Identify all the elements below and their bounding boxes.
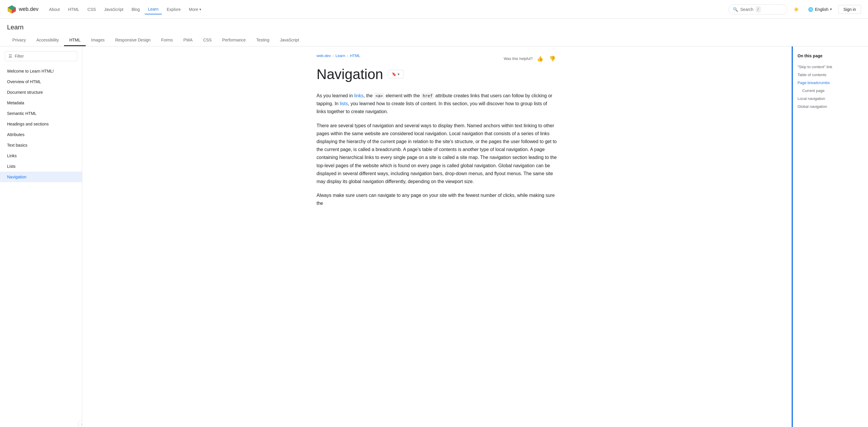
signin-button[interactable]: Sign in — [838, 5, 861, 14]
breadcrumb-learn[interactable]: Learn — [335, 54, 345, 58]
nav-links: About HTML CSS JavaScript Blog Learn Exp… — [45, 4, 726, 15]
page-title: Navigation — [316, 66, 383, 82]
bookmark-button[interactable]: 🔖 ▾ — [388, 70, 403, 79]
chevron-left-icon: ‹ — [81, 422, 82, 426]
sidebar-item-welcome[interactable]: Welcome to Learn HTML! — [0, 66, 82, 77]
nav-link-about[interactable]: About — [45, 5, 63, 14]
sidebar-item-navigation[interactable]: Navigation — [0, 172, 82, 182]
toc-global-navigation[interactable]: Global navigation — [798, 103, 863, 111]
thumbs-up-icon: 👍 — [537, 56, 543, 62]
helpful-label: Was this helpful? — [504, 56, 533, 61]
body-paragraph-1: As you learned in links, the <a> element… — [316, 92, 557, 116]
toc-table-of-contents[interactable]: Table of contents — [798, 71, 863, 79]
search-label: Search — [740, 7, 753, 12]
tab-accessibility[interactable]: Accessibility — [31, 35, 64, 46]
body-paragraph-3: Always make sure users can navigate to a… — [316, 191, 557, 207]
thumbs-down-icon: 👎 — [549, 56, 556, 62]
right-sidebar: On this page "Skip to content" link Tabl… — [792, 47, 868, 427]
sidebar-item-overview[interactable]: Overview of HTML — [0, 77, 82, 87]
tab-pwa[interactable]: PWA — [178, 35, 198, 46]
learn-tabs: Privacy Accessibility HTML Images Respon… — [7, 35, 861, 46]
filter-bar[interactable]: ☰ Filter — [5, 51, 77, 61]
content-area: web.dev › Learn › HTML Was this helpful?… — [305, 47, 569, 225]
breadcrumb: web.dev › Learn › HTML — [316, 54, 360, 58]
main-layout: ☰ Filter Welcome to Learn HTML! Overview… — [0, 47, 868, 427]
left-sidebar: ☰ Filter Welcome to Learn HTML! Overview… — [0, 47, 82, 427]
helpful-row: web.dev › Learn › HTML Was this helpful?… — [316, 54, 557, 64]
sidebar-item-lists[interactable]: Lists — [0, 161, 82, 172]
toc-title: On this page — [798, 54, 863, 58]
nav-link-blog[interactable]: Blog — [128, 5, 143, 14]
chevron-down-icon: ▾ — [199, 7, 201, 11]
toc-skip-to-content[interactable]: "Skip to content" link — [798, 63, 863, 71]
search-bar[interactable]: 🔍 Search / — [728, 4, 787, 15]
sidebar-item-document-structure[interactable]: Document structure — [0, 87, 82, 97]
tab-javascript[interactable]: JavaScript — [275, 35, 304, 46]
learn-section-title: Learn — [7, 24, 861, 31]
tab-privacy[interactable]: Privacy — [7, 35, 31, 46]
globe-icon: 🌐 — [808, 7, 813, 12]
lists-link[interactable]: lists — [340, 101, 348, 106]
nav-link-html[interactable]: HTML — [65, 5, 83, 14]
bookmark-dropdown-icon: ▾ — [398, 72, 400, 77]
search-icon: 🔍 — [733, 7, 738, 12]
logo-text: web.dev — [19, 6, 38, 12]
tab-images[interactable]: Images — [86, 35, 110, 46]
search-shortcut: / — [756, 6, 761, 12]
sidebar-item-attributes[interactable]: Attributes — [0, 129, 82, 140]
tab-html[interactable]: HTML — [64, 35, 86, 46]
language-label: English — [815, 7, 828, 12]
tab-performance[interactable]: Performance — [217, 35, 251, 46]
logo[interactable]: web.dev — [7, 5, 38, 14]
a-tag-code: <a> — [374, 93, 384, 99]
nav-link-explore[interactable]: Explore — [163, 5, 184, 14]
links-link[interactable]: links — [354, 93, 364, 98]
thumbs-up-button[interactable]: 👍 — [535, 54, 545, 63]
filter-icon: ☰ — [8, 54, 12, 58]
language-button[interactable]: 🌐 English ▾ — [805, 5, 835, 13]
tab-responsive-design[interactable]: Responsive Design — [110, 35, 156, 46]
helpful-bar: Was this helpful? 👍 👎 — [504, 54, 557, 63]
sun-icon: ☀️ — [794, 7, 799, 12]
bookmark-icon: 🔖 — [392, 72, 396, 77]
body-paragraph-2: There are several types of navigation an… — [316, 122, 557, 186]
toc-page-breadcrumbs[interactable]: Page breadcrumbs — [798, 79, 863, 87]
nav-link-javascript[interactable]: JavaScript — [101, 5, 127, 14]
sidebar-collapse-button[interactable]: ‹ — [78, 420, 82, 427]
nav-link-css[interactable]: CSS — [84, 5, 99, 14]
theme-toggle-button[interactable]: ☀️ — [791, 5, 802, 13]
toc-current-page[interactable]: Current page — [798, 87, 863, 95]
tab-forms[interactable]: Forms — [156, 35, 178, 46]
sidebar-item-text-basics[interactable]: Text basics — [0, 140, 82, 150]
chevron-down-icon-lang: ▾ — [830, 7, 832, 11]
href-code: href — [421, 93, 434, 99]
nav-link-more-label: More — [189, 7, 198, 12]
sidebar-item-semantic-html[interactable]: Semantic HTML — [0, 108, 82, 119]
nav-link-learn[interactable]: Learn — [145, 4, 162, 15]
tab-testing[interactable]: Testing — [251, 35, 275, 46]
toc-local-navigation[interactable]: Local navigation — [798, 95, 863, 103]
sidebar-item-metadata[interactable]: Metadata — [0, 97, 82, 108]
nav-right: 🔍 Search / ☀️ 🌐 English ▾ Sign in — [728, 4, 861, 15]
filter-label: Filter — [15, 54, 24, 58]
sidebar-item-headings-sections[interactable]: Headings and sections — [0, 119, 82, 129]
breadcrumb-sep-2: › — [347, 54, 348, 58]
learn-header: Learn Privacy Accessibility HTML Images … — [0, 19, 868, 47]
tab-css[interactable]: CSS — [198, 35, 217, 46]
top-nav: web.dev About HTML CSS JavaScript Blog L… — [0, 0, 868, 19]
sidebar-item-links[interactable]: Links — [0, 150, 82, 161]
logo-icon — [7, 5, 17, 14]
breadcrumb-sep-1: › — [332, 54, 334, 58]
page-title-row: Navigation 🔖 ▾ — [316, 66, 557, 82]
breadcrumb-html[interactable]: HTML — [350, 54, 360, 58]
main-content: web.dev › Learn › HTML Was this helpful?… — [82, 47, 792, 427]
thumbs-down-button[interactable]: 👎 — [547, 54, 557, 63]
nav-link-more[interactable]: More ▾ — [185, 5, 205, 14]
breadcrumb-webdev[interactable]: web.dev — [316, 54, 331, 58]
